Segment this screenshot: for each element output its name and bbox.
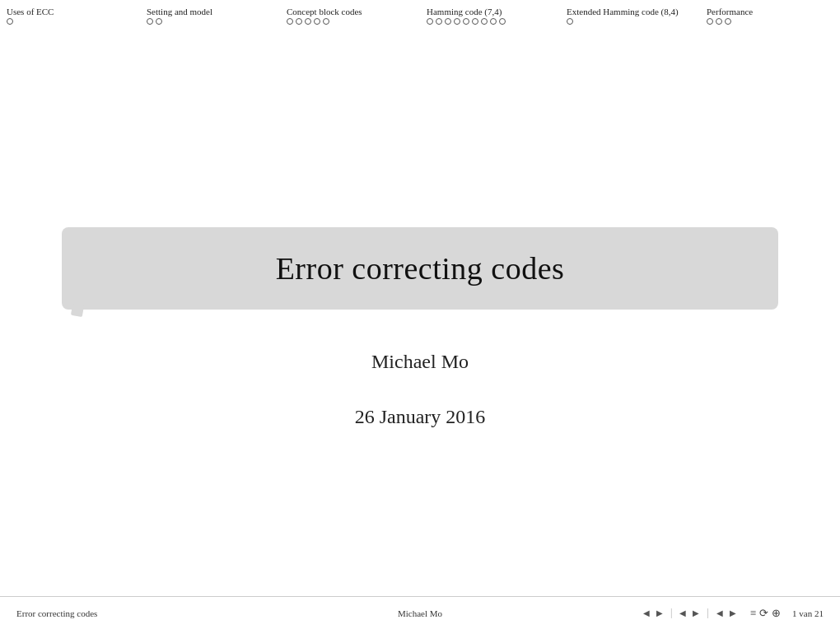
nav-section-hamming-code[interactable]: Hamming code (7,4) <box>420 5 560 26</box>
nav-arrow-right-next[interactable]: ◀ <box>677 608 688 618</box>
footer-left: Error correcting codes <box>16 608 97 618</box>
nav-dots-extended-hamming-code <box>567 18 693 25</box>
bottom-bar: Error correcting codes Michael Mo ◀ ▶ | … <box>0 596 840 629</box>
nav-dot-hamming-code-1[interactable] <box>436 18 442 25</box>
nav-dot-hamming-code-8[interactable] <box>499 18 506 25</box>
nav-dot-concept-block-codes-2[interactable] <box>305 18 311 25</box>
nav-dot-uses-of-ecc-0[interactable] <box>7 18 13 25</box>
nav-dot-hamming-code-7[interactable] <box>490 18 497 25</box>
nav-section-title-hamming-code: Hamming code (7,4) <box>427 7 553 16</box>
title-box: Error correcting codes <box>62 227 778 310</box>
nav-dot-extended-hamming-code-0[interactable] <box>567 18 573 25</box>
nav-dot-hamming-code-4[interactable] <box>463 18 469 25</box>
presentation-title: Error correcting codes <box>276 251 565 286</box>
nav-section-title-extended-hamming-code: Extended Hamming code (8,4) <box>567 7 693 16</box>
nav-dots-uses-of-ecc <box>7 18 133 25</box>
nav-section-extended-hamming-code[interactable]: Extended Hamming code (8,4) <box>560 5 700 26</box>
footer-right: ◀ ▶ | ◀ ▶ | ◀ ▶ ≡ ⟳ ⊕ 1 van 21 <box>641 607 824 620</box>
nav-arrow-right-right[interactable]: ▶ <box>690 608 702 618</box>
settings-icons: ≡ ⟳ ⊕ <box>750 607 781 620</box>
nav-dot-hamming-code-3[interactable] <box>454 18 460 25</box>
nav-dot-performance-2[interactable] <box>725 18 731 25</box>
nav-arrow-left-prev[interactable]: ▶ <box>654 608 665 618</box>
nav-section-concept-block-codes[interactable]: Concept block codes <box>280 5 420 26</box>
nav-arrow-section-prev[interactable]: ◀ <box>714 608 726 618</box>
nav-dot-performance-0[interactable] <box>707 18 713 25</box>
nav-dot-hamming-code-0[interactable] <box>427 18 433 25</box>
zoom-icon[interactable]: ⊕ <box>772 607 781 620</box>
nav-dot-concept-block-codes-0[interactable] <box>287 18 293 25</box>
nav-dots-hamming-code <box>427 18 553 25</box>
nav-dot-setting-and-model-0[interactable] <box>147 18 153 25</box>
nav-arrow-left-left[interactable]: ◀ <box>641 608 652 618</box>
menu-icon[interactable]: ≡ <box>750 607 756 620</box>
author-name: Michael Mo <box>371 351 469 373</box>
main-content: Error correcting codes Michael Mo 26 Jan… <box>0 54 840 601</box>
nav-dot-concept-block-codes-1[interactable] <box>296 18 302 25</box>
nav-dot-hamming-code-6[interactable] <box>481 18 488 25</box>
nav-dot-setting-and-model-1[interactable] <box>156 18 162 25</box>
nav-dot-hamming-code-2[interactable] <box>445 18 451 25</box>
nav-dots-setting-and-model <box>147 18 273 25</box>
nav-dots-performance <box>707 18 833 25</box>
nav-arrow-section-next[interactable]: ▶ <box>727 608 739 618</box>
search-icon[interactable]: ⟳ <box>759 607 768 620</box>
nav-section-title-uses-of-ecc: Uses of ECC <box>7 7 133 16</box>
top-navigation: Uses of ECCSetting and modelConcept bloc… <box>0 0 840 30</box>
nav-dot-concept-block-codes-3[interactable] <box>314 18 320 25</box>
nav-dot-hamming-code-5[interactable] <box>472 18 478 25</box>
nav-section-title-setting-and-model: Setting and model <box>147 7 273 16</box>
nav-section-title-performance: Performance <box>707 7 833 16</box>
nav-section-uses-of-ecc[interactable]: Uses of ECC <box>0 5 140 26</box>
nav-dot-concept-block-codes-4[interactable] <box>323 18 329 25</box>
nav-dots-concept-block-codes <box>287 18 413 25</box>
nav-section-performance[interactable]: Performance <box>700 5 840 26</box>
nav-dot-performance-1[interactable] <box>716 18 722 25</box>
page-count: 1 van 21 <box>792 608 824 618</box>
presentation-date: 26 January 2016 <box>355 406 486 428</box>
navigation-controls[interactable]: ◀ ▶ | ◀ ▶ | ◀ ▶ <box>641 607 739 619</box>
footer-center: Michael Mo <box>398 608 442 618</box>
nav-section-title-concept-block-codes: Concept block codes <box>287 7 413 16</box>
nav-section-setting-and-model[interactable]: Setting and model <box>140 5 280 26</box>
